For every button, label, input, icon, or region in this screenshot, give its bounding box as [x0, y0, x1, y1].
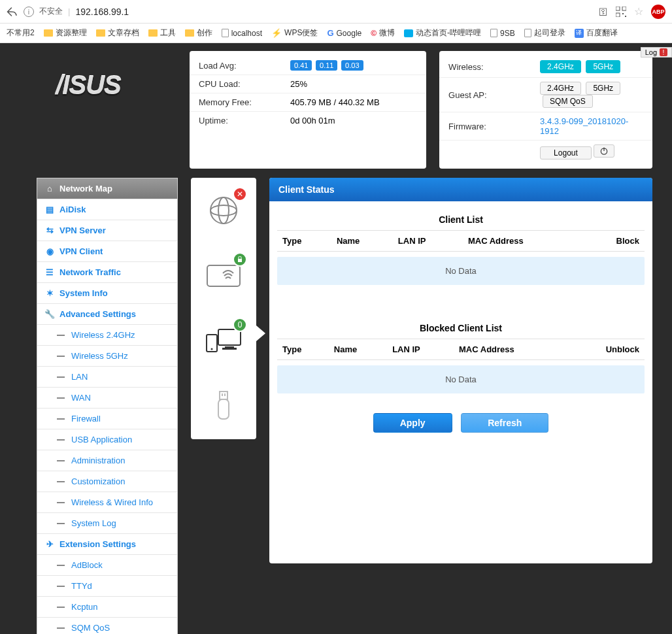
sidebar-sub-wireless-wired-info[interactable]: Wireless & Wired Info [37, 492, 177, 513]
client-list-title: Client List [277, 209, 645, 230]
wrench-icon: 🔧 [45, 309, 54, 319]
bookmark-item[interactable]: localhost [222, 29, 262, 38]
clients-status-icon[interactable]: 0 [204, 322, 243, 361]
bookmark-item[interactable]: 文章存档 [96, 27, 139, 39]
svg-rect-1 [622, 7, 626, 10]
sidebar-sub-ttyd[interactable]: TTYd [37, 576, 177, 597]
bookmark-item[interactable]: 资源整理 [44, 27, 87, 39]
sqm-qos-button[interactable]: SQM QoS [543, 95, 593, 108]
bookmark-item[interactable]: ⚡WPS便签 [271, 27, 318, 39]
log-tab[interactable]: Log! [641, 47, 672, 58]
wireless-24ghz-button[interactable]: 2.4GHz [540, 60, 581, 73]
qr-icon[interactable] [616, 6, 626, 17]
wireless-status-icon[interactable] [204, 256, 243, 295]
sidebar-item-vpn-server[interactable]: ⇆VPN Server [37, 220, 177, 241]
blocked-list-nodata: No Data [277, 365, 645, 393]
col-mac: MAC Address [463, 231, 583, 252]
sidebar-sub-usb[interactable]: USB Application [37, 429, 177, 450]
svg-rect-18 [222, 393, 223, 396]
firmware-link[interactable]: 3.4.3.9-099_20181020-1912 [531, 112, 652, 141]
insecure-label: 不安全 [39, 6, 63, 17]
sidebar-item-system-info[interactable]: ✶System Info [37, 283, 177, 304]
sidebar-sub-sqm-qos[interactable]: SQM QoS [37, 618, 177, 634]
disk-icon: ▤ [45, 205, 54, 214]
page-icon [490, 29, 497, 37]
bookmark-item[interactable]: 工具 [148, 27, 176, 39]
sidebar-sub-wireless-5[interactable]: Wireless 5GHz [37, 346, 177, 367]
bookmark-item[interactable]: ©微博 [371, 27, 395, 39]
warning-icon: ! [660, 48, 667, 56]
bookmark-item[interactable]: 起司登录 [524, 27, 565, 39]
sidebar-item-advanced-settings[interactable]: 🔧Advanced Settings [37, 304, 177, 325]
sidebar-sub-firewall[interactable]: Firewall [37, 409, 177, 429]
sidebar-sub-wireless-24[interactable]: Wireless 2.4GHz [37, 325, 177, 346]
col-mac: MAC Address [454, 339, 568, 360]
page-icon [222, 29, 229, 37]
bookmark-item[interactable]: 创作 [185, 27, 212, 39]
sidebar-item-vpn-client[interactable]: ◉VPN Client [37, 241, 177, 262]
bookmark-item[interactable]: 译百度翻译 [575, 27, 618, 39]
shuffle-icon: ✶ [45, 288, 54, 298]
bookmark-item[interactable]: 9SB [490, 29, 515, 38]
back-icon[interactable] [7, 6, 18, 18]
col-type: Type [277, 231, 331, 252]
sidebar-item-network-traffic[interactable]: ☰Network Traffic [37, 262, 177, 283]
bookmark-item[interactable]: 动态首页-哔哩哔哩 [404, 27, 481, 39]
memory-free-link[interactable]: Memory Free: [190, 93, 281, 112]
guest-24ghz-button[interactable]: 2.4GHz [540, 82, 581, 95]
google-icon: G [327, 28, 333, 38]
svg-point-8 [210, 205, 237, 216]
url-text[interactable]: 192.168.99.1 [75, 7, 129, 17]
bookmark-star-icon[interactable]: ☆ [634, 5, 643, 18]
cpu-load-value: 25% [281, 75, 426, 93]
col-name: Name [329, 339, 387, 360]
col-lanip: LAN IP [393, 231, 463, 252]
svg-point-16 [211, 348, 213, 350]
loadavg-value: 0.41 0.11 0.03 [281, 56, 426, 75]
sidebar-sub-wan[interactable]: WAN [37, 388, 177, 409]
sidebar-item-extension-settings[interactable]: ✈Extension Settings [37, 534, 177, 555]
blocked-list-title: Blocked Client List [277, 318, 645, 339]
svg-rect-3 [622, 13, 624, 14]
logout-button[interactable]: Logout [540, 146, 592, 159]
folder-icon [185, 29, 194, 37]
sidebar-sub-system-log[interactable]: System Log [37, 513, 177, 534]
refresh-button[interactable]: Refresh [461, 413, 548, 433]
guest-5ghz-button[interactable]: 5GHz [586, 82, 620, 95]
translate-icon: 译 [575, 29, 584, 38]
plane-icon: ✈ [45, 539, 54, 549]
bookmark-item[interactable]: GGoogle [327, 28, 361, 38]
wireless-5ghz-button[interactable]: 5GHz [586, 60, 620, 73]
sidebar-sub-adblock[interactable]: AdBlock [37, 555, 177, 576]
sidebar-sub-customization[interactable]: Customization [37, 471, 177, 492]
bars-icon: ☰ [45, 267, 54, 277]
sidebar-sub-lan[interactable]: LAN [37, 367, 177, 388]
loadavg-label: Load Avg: [190, 56, 281, 75]
col-block: Block [583, 231, 645, 252]
col-lanip: LAN IP [387, 339, 454, 360]
svg-point-7 [210, 197, 237, 224]
svg-rect-2 [616, 13, 620, 17]
cpu-load-link[interactable]: CPU Load: [190, 75, 281, 93]
sidebar-sub-kcptun[interactable]: Kcptun [37, 597, 177, 618]
wireless-card: Wireless: 2.4GHz 5GHz Guest AP: 2.4GHz 5… [439, 51, 652, 169]
sidebar-sub-administration[interactable]: Administration [37, 450, 177, 471]
guest-ap-label: Guest AP: [439, 78, 531, 112]
apply-button[interactable]: Apply [373, 413, 452, 433]
usb-status-icon[interactable] [204, 387, 243, 426]
password-key-icon[interactable]: ⚿ [599, 7, 608, 17]
bookmark-item[interactable]: 不常用2 [7, 27, 35, 39]
sidebar-item-aidisk[interactable]: ▤AiDisk [37, 199, 177, 220]
svg-rect-19 [224, 393, 226, 396]
sidebar-item-network-map[interactable]: ⌂Network Map [37, 178, 177, 199]
internet-status-icon[interactable]: ✕ [204, 191, 243, 230]
home-icon: ⌂ [45, 184, 54, 193]
power-button[interactable] [594, 144, 614, 158]
logo: /ISUS [0, 51, 176, 169]
sidebar-nav: ⌂Network Map ▤AiDisk ⇆VPN Server ◉VPN Cl… [37, 178, 178, 634]
error-badge-icon: ✕ [233, 187, 247, 201]
site-info-icon[interactable]: i [24, 7, 34, 17]
col-unblock: Unblock [568, 339, 645, 360]
wireless-buttons: 2.4GHz 5GHz [531, 56, 652, 78]
adblock-plus-icon[interactable]: ABP [651, 5, 665, 19]
